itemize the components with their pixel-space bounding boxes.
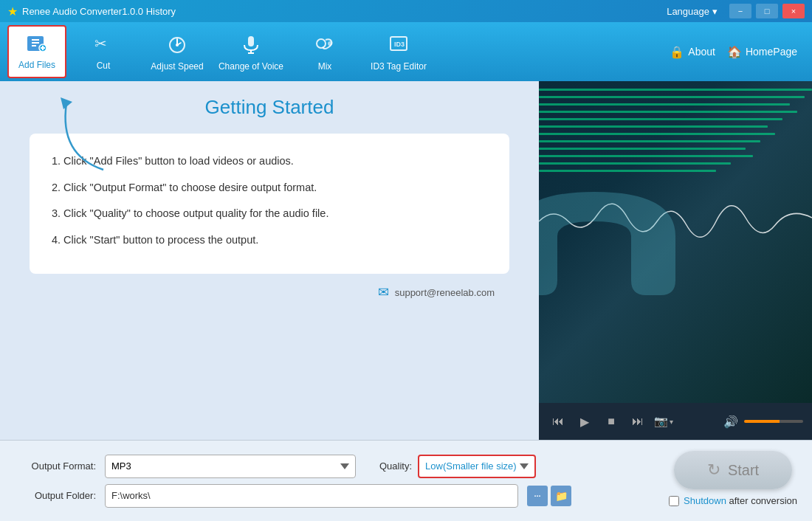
output-folder-label: Output Folder: bbox=[15, 490, 96, 501]
svg-rect-23 bbox=[539, 125, 768, 128]
step-2: 2. Click "Output Format" to choose desir… bbox=[52, 178, 487, 199]
shutdown-row: Shutdown after conversion bbox=[669, 495, 797, 506]
titlebar: ★ Renee Audio Converter1.0.0 History Lan… bbox=[0, 0, 812, 22]
shutdown-checkbox[interactable] bbox=[669, 496, 679, 506]
equalizer-display: // We'll use SVG rects to simulate equal… bbox=[539, 81, 812, 403]
about-button[interactable]: 🔒 About bbox=[670, 45, 715, 59]
eq-svg: // We'll use SVG rects to simulate equal… bbox=[539, 81, 812, 310]
svg-rect-26 bbox=[539, 148, 746, 150]
rewind-button[interactable]: ⏮ bbox=[548, 411, 568, 432]
camera-icon: 📷 bbox=[654, 415, 668, 428]
svg-point-13 bbox=[317, 39, 326, 48]
svg-rect-2 bbox=[32, 42, 39, 44]
step-4: 4. Click "Start" button to process the o… bbox=[52, 230, 487, 251]
toolbar-mix[interactable]: Mix bbox=[288, 25, 362, 78]
minimize-button[interactable]: − bbox=[729, 4, 751, 18]
language-selector[interactable]: Language ▾ bbox=[667, 6, 718, 17]
svg-rect-24 bbox=[539, 133, 775, 135]
bottom-controls: Output Format: MP3 Quality: Low(Smaller … bbox=[0, 440, 812, 521]
quality-label: Quality: bbox=[379, 460, 412, 472]
start-button[interactable]: ↻ Start bbox=[674, 451, 792, 489]
arrow-decoration bbox=[44, 89, 118, 180]
svg-rect-1 bbox=[32, 39, 39, 41]
toolbar-id3-tag-editor[interactable]: ID3 ID3 Tag Editor bbox=[362, 25, 436, 78]
home-icon: 🏠 bbox=[727, 45, 742, 59]
svg-text:ID3: ID3 bbox=[394, 41, 405, 48]
quality-select[interactable]: Low(Smaller file size) Normal High Lossl… bbox=[418, 455, 536, 478]
mix-icon bbox=[314, 32, 336, 58]
media-panel: // We'll use SVG rects to simulate equal… bbox=[539, 81, 812, 440]
window-controls: − □ × bbox=[729, 4, 805, 18]
play-button[interactable]: ▶ bbox=[574, 411, 595, 432]
svg-text:✂: ✂ bbox=[94, 35, 107, 52]
open-folder-button[interactable]: 📁 bbox=[551, 486, 571, 506]
ellipsis-icon: ··· bbox=[534, 491, 540, 500]
getting-started-panel: Getting Started 1. Click "Add Files" but… bbox=[0, 81, 539, 440]
output-folder-input[interactable]: F:\works\ bbox=[105, 484, 518, 508]
app-logo-icon: ★ bbox=[7, 4, 18, 18]
volume-icon: 🔊 bbox=[723, 415, 738, 429]
email-address: support@reneelab.com bbox=[395, 287, 495, 298]
stop-button[interactable]: ■ bbox=[601, 411, 622, 432]
svg-rect-21 bbox=[539, 111, 797, 113]
folder-buttons: ··· 📁 bbox=[527, 486, 571, 506]
adjust-speed-label: Adjust Speed bbox=[151, 61, 203, 72]
toolbar-change-of-voice[interactable]: Change of Voice bbox=[214, 25, 288, 78]
getting-started-title: Getting Started bbox=[205, 96, 334, 119]
id3-tag-editor-icon: ID3 bbox=[388, 32, 410, 58]
dropdown-icon: ▾ bbox=[670, 418, 673, 426]
folder-icon: 📁 bbox=[555, 490, 568, 502]
toolbar: Add Files ✂ Cut Adjust Speed Change of V… bbox=[0, 22, 812, 81]
step-3: 3. Click "Quality" to choose output qual… bbox=[52, 204, 487, 224]
app-title: Renee Audio Converter1.0.0 History bbox=[22, 6, 667, 17]
media-controls: ⏮ ▶ ■ ⏭ 📷 ▾ 🔊 bbox=[539, 403, 812, 440]
start-area: ↻ Start Shutdown after conversion bbox=[669, 451, 797, 506]
add-files-icon bbox=[26, 33, 48, 57]
svg-rect-27 bbox=[539, 155, 753, 157]
chevron-down-icon: ▾ bbox=[712, 6, 718, 17]
homepage-button[interactable]: 🏠 HomePage bbox=[727, 45, 797, 59]
svg-rect-10 bbox=[248, 36, 254, 46]
cut-label: Cut bbox=[97, 61, 111, 71]
add-files-label: Add Files bbox=[18, 60, 55, 70]
volume-slider[interactable] bbox=[744, 420, 803, 423]
change-of-voice-icon bbox=[240, 32, 262, 58]
homepage-label: HomePage bbox=[746, 46, 797, 58]
svg-rect-22 bbox=[539, 118, 782, 120]
shutdown-rest: after conversion bbox=[726, 495, 797, 506]
id3-tag-editor-label: ID3 Tag Editor bbox=[371, 61, 427, 72]
language-label: Language bbox=[667, 6, 709, 17]
svg-rect-25 bbox=[539, 140, 760, 142]
lock-icon: 🔒 bbox=[670, 45, 684, 59]
media-preview: // We'll use SVG rects to simulate equal… bbox=[539, 81, 812, 403]
toolbar-right-actions: 🔒 About 🏠 HomePage bbox=[670, 45, 805, 59]
browse-button[interactable]: ··· bbox=[527, 486, 548, 506]
support-email: ✉ support@reneelab.com bbox=[378, 284, 524, 300]
forward-button[interactable]: ⏭ bbox=[627, 411, 648, 432]
toolbar-adjust-speed[interactable]: Adjust Speed bbox=[140, 25, 214, 78]
change-of-voice-label: Change of Voice bbox=[219, 61, 283, 72]
quality-group: Quality: Low(Smaller file size) Normal H… bbox=[379, 455, 536, 478]
output-format-select[interactable]: MP3 bbox=[105, 455, 356, 478]
about-label: About bbox=[688, 46, 715, 58]
maximize-button[interactable]: □ bbox=[756, 4, 778, 18]
svg-rect-18 bbox=[539, 89, 812, 91]
output-format-label: Output Format: bbox=[15, 460, 96, 472]
svg-rect-20 bbox=[539, 103, 790, 106]
toolbar-add-files[interactable]: Add Files bbox=[7, 25, 66, 78]
close-button[interactable]: × bbox=[782, 4, 805, 18]
screenshot-button[interactable]: 📷 ▾ bbox=[654, 415, 673, 428]
svg-rect-3 bbox=[32, 45, 36, 46]
start-icon: ↻ bbox=[707, 460, 720, 480]
svg-point-9 bbox=[176, 44, 179, 46]
main-area: Getting Started 1. Click "Add Files" but… bbox=[0, 81, 812, 440]
start-label: Start bbox=[728, 462, 759, 479]
svg-rect-28 bbox=[539, 162, 731, 165]
mix-label: Mix bbox=[318, 61, 332, 72]
shutdown-label: Shutdown after conversion bbox=[684, 495, 797, 506]
svg-rect-19 bbox=[539, 96, 805, 98]
svg-point-14 bbox=[328, 41, 332, 46]
cut-icon: ✂ bbox=[92, 32, 114, 58]
svg-rect-29 bbox=[539, 170, 716, 172]
toolbar-cut[interactable]: ✂ Cut bbox=[66, 25, 140, 78]
